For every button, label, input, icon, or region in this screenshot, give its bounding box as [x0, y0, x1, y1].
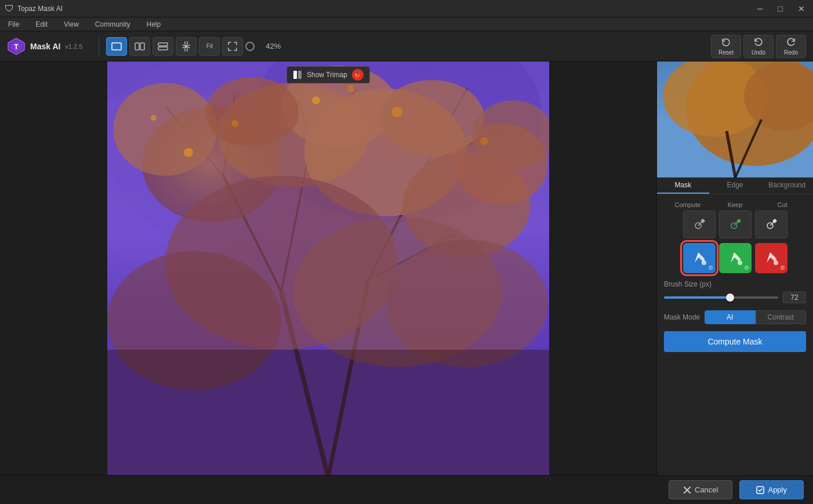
- view-single-button[interactable]: [106, 37, 127, 56]
- panel-content: Compute Keep Cut: [657, 194, 813, 475]
- svg-text:T: T: [14, 43, 19, 51]
- svg-rect-3: [112, 43, 121, 50]
- undo-icon: [753, 37, 764, 48]
- svg-line-62: [770, 221, 775, 226]
- svg-point-8: [185, 45, 188, 48]
- brush-size-label: Brush Size (px): [664, 280, 806, 288]
- reset-label: Reset: [718, 49, 734, 56]
- keep-fill-icon: [727, 250, 743, 266]
- svg-line-60: [734, 221, 739, 226]
- redo-button[interactable]: Redo: [776, 35, 806, 58]
- loading-indicator: [245, 42, 255, 51]
- keep-label: Keep: [716, 201, 753, 208]
- fit-button[interactable]: Fit: [199, 37, 220, 56]
- pan-icon: [180, 41, 192, 52]
- app-icon: 🛡: [5, 3, 14, 14]
- cut-fill-gear-icon: ⚙: [780, 264, 785, 271]
- titlebar-controls: ─ □ ✕: [754, 3, 808, 14]
- app-version: v1.2.5: [65, 43, 82, 50]
- svg-rect-4: [135, 43, 139, 50]
- redo-icon: [785, 37, 797, 48]
- compute-fill-button[interactable]: ⚙: [683, 243, 716, 273]
- svg-point-47: [347, 85, 354, 92]
- mask-mode-contrast-button[interactable]: Contrast: [756, 310, 806, 324]
- fullscreen-button[interactable]: [222, 37, 243, 56]
- brush-size-row: 72: [664, 292, 806, 303]
- cut-fill-icon: [763, 250, 779, 266]
- canvas-area[interactable]: Show Trimap 🍎: [0, 61, 656, 475]
- svg-rect-54: [657, 61, 813, 177]
- split-v-icon: [158, 42, 168, 50]
- minimize-button[interactable]: ─: [754, 3, 767, 14]
- bottom-bar: Cancel Apply: [0, 475, 813, 504]
- svg-rect-40: [107, 350, 549, 476]
- compute-pen-icon: [692, 217, 706, 231]
- undo-label: Undo: [752, 49, 765, 56]
- compute-fill-gear-icon: ⚙: [708, 264, 713, 271]
- menu-view[interactable]: View: [60, 19, 82, 30]
- svg-rect-7: [158, 47, 168, 50]
- menubar: File Edit View Community Help: [0, 17, 813, 31]
- tab-edge[interactable]: Edge: [709, 177, 761, 194]
- apply-icon: [756, 486, 764, 494]
- redo-label: Redo: [784, 49, 798, 56]
- tool-column-labels: Compute Keep Cut: [664, 201, 806, 208]
- titlebar-title: Topaz Mask AI: [17, 5, 63, 13]
- image-container: [107, 61, 549, 475]
- zoom-display: 42%: [262, 42, 285, 50]
- svg-point-44: [392, 107, 402, 117]
- menu-file[interactable]: File: [5, 19, 23, 30]
- apply-label: Apply: [768, 485, 787, 494]
- tab-mask[interactable]: Mask: [657, 177, 709, 194]
- fill-tools-row: ⚙ ⚙: [664, 243, 806, 273]
- maximize-button[interactable]: □: [775, 3, 786, 14]
- trimap-toggle[interactable]: 🍎: [352, 69, 364, 81]
- cut-pen-icon: [764, 217, 778, 231]
- compute-pen-button[interactable]: [683, 211, 716, 238]
- mask-mode-row: Mask Mode AI Contrast: [664, 310, 806, 324]
- cut-pen-button[interactable]: [755, 211, 787, 238]
- app-name: Mask AI: [30, 42, 60, 51]
- svg-point-65: [774, 260, 778, 265]
- cancel-button[interactable]: Cancel: [669, 480, 732, 499]
- menu-edit[interactable]: Edit: [32, 19, 51, 30]
- keep-fill-gear-icon: ⚙: [744, 264, 749, 271]
- brush-size-value[interactable]: 72: [783, 292, 806, 303]
- svg-line-58: [698, 221, 703, 226]
- pan-tool-button[interactable]: [176, 37, 197, 56]
- show-trimap-label: Show Trimap: [307, 71, 347, 79]
- view-split-v-button[interactable]: [153, 37, 173, 56]
- apply-button[interactable]: Apply: [739, 480, 804, 499]
- mask-mode-ai-button[interactable]: AI: [705, 310, 755, 324]
- cancel-label: Cancel: [695, 485, 718, 494]
- menu-community[interactable]: Community: [92, 19, 134, 30]
- preview-thumbnail: [657, 61, 813, 177]
- toolbar: T Mask AI v1.2.5 Fit 42%: [0, 31, 813, 61]
- preview-image: [657, 61, 813, 177]
- keep-pen-button[interactable]: [719, 211, 752, 238]
- fit-label: Fit: [206, 43, 213, 49]
- menu-help[interactable]: Help: [143, 19, 165, 30]
- app-logo: T Mask AI v1.2.5: [7, 37, 82, 56]
- svg-point-46: [151, 115, 157, 121]
- trimap-icon: [293, 70, 302, 79]
- view-split-h-button[interactable]: [129, 37, 150, 56]
- reset-button[interactable]: Reset: [711, 35, 741, 58]
- compute-mask-button[interactable]: Compute Mask: [664, 331, 806, 352]
- cut-fill-button[interactable]: ⚙: [755, 243, 787, 273]
- brush-size-slider[interactable]: [664, 296, 778, 299]
- tab-background[interactable]: Background: [761, 177, 813, 194]
- single-view-icon: [111, 42, 122, 50]
- main-content: Show Trimap 🍎: [0, 61, 813, 475]
- undo-button[interactable]: Undo: [743, 35, 774, 58]
- close-button[interactable]: ✕: [794, 3, 808, 14]
- main-image: [107, 61, 549, 475]
- svg-point-42: [231, 120, 238, 127]
- keep-fill-button[interactable]: ⚙: [719, 243, 752, 273]
- svg-rect-48: [293, 71, 297, 79]
- trimap-bar: Show Trimap 🍎: [286, 66, 370, 84]
- reset-icon: [720, 37, 732, 48]
- cancel-icon: [683, 486, 691, 494]
- mask-mode-toggle: AI Contrast: [705, 310, 806, 324]
- cut-label: Cut: [764, 201, 801, 208]
